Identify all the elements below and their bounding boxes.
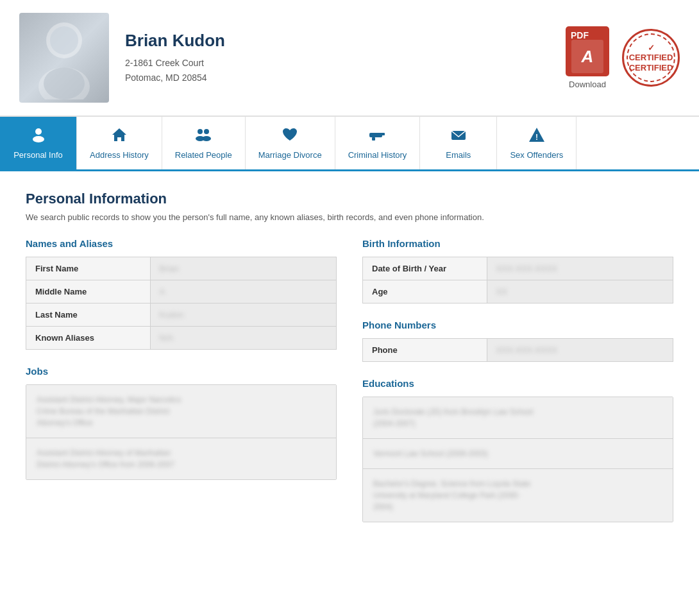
- address-line1: 2-1861 Creek Court: [125, 56, 566, 70]
- educations-box: Juris Doctorate (JD) from Brooklyn Law S…: [362, 397, 673, 522]
- names-aliases-title: Names and Aliases: [26, 238, 337, 249]
- table-row: Phone XXX-XXX-XXXX: [363, 339, 673, 362]
- table-row: Age XX: [363, 280, 673, 304]
- warning-icon: !: [528, 126, 545, 147]
- certified-badge: ✓ CERTIFIED CERTIFIED: [622, 29, 680, 87]
- dob-value: XXX-XXX-XXXX: [487, 257, 673, 280]
- middle-name-label: Middle Name: [26, 280, 151, 304]
- tab-personal-info-label: Personal Info: [13, 150, 63, 160]
- svg-rect-12: [378, 133, 385, 135]
- middle-name-blurred: A: [160, 287, 165, 296]
- home-icon: [111, 126, 128, 147]
- tab-marriage-divorce-label: Marriage Divorce: [258, 150, 322, 160]
- tab-criminal-history[interactable]: Criminal History: [335, 117, 421, 169]
- svg-point-3: [44, 67, 85, 99]
- job-text-1: Assistant District Attorney, Major Narco…: [37, 394, 326, 429]
- tab-emails[interactable]: Emails: [420, 117, 497, 169]
- certified-text: ✓ CERTIFIED CERTIFIED: [629, 43, 673, 73]
- email-icon: [450, 126, 467, 147]
- birth-info-table: Date of Birth / Year XXX-XXX-XXXX Age XX: [362, 257, 673, 304]
- phone-value: XXX-XXX-XXXX: [487, 339, 673, 362]
- edu-item: Juris Doctorate (JD) from Brooklyn Law S…: [363, 397, 673, 439]
- phone-numbers-table: Phone XXX-XXX-XXXX: [362, 338, 673, 362]
- navigation-tabs: Personal Info Address History Related Pe…: [0, 117, 699, 171]
- svg-point-7: [198, 129, 203, 134]
- known-aliases-label: Known Aliases: [26, 327, 151, 350]
- jobs-box: Assistant District Attorney, Major Narco…: [26, 384, 337, 480]
- svg-rect-13: [372, 137, 375, 141]
- main-content: Personal Information We search public re…: [0, 171, 699, 542]
- known-aliases-blurred: N/A: [160, 333, 174, 343]
- job-text-2: Assistant District Attorney of Manhattan…: [37, 447, 326, 470]
- svg-point-2: [50, 26, 78, 55]
- table-row: Date of Birth / Year XXX-XXX-XXXX: [363, 257, 673, 280]
- svg-point-9: [204, 129, 209, 134]
- pdf-icon: A: [566, 26, 609, 76]
- first-name-label: First Name: [26, 257, 151, 280]
- svg-marker-6: [112, 128, 126, 141]
- section-desc: We search public records to show you the…: [26, 212, 673, 222]
- age-label: Age: [363, 280, 487, 304]
- svg-point-4: [35, 128, 42, 135]
- educations-title: Educations: [362, 378, 673, 389]
- table-row: Last Name Kudon: [26, 304, 337, 327]
- middle-name-value: A: [150, 280, 336, 304]
- tab-personal-info[interactable]: Personal Info: [0, 117, 77, 169]
- gun-icon: [368, 126, 387, 147]
- edu-item: Vermont Law School (2008-2003): [363, 439, 673, 469]
- pdf-download[interactable]: A Download: [566, 26, 609, 89]
- table-row: First Name Brian: [26, 257, 337, 280]
- tab-related-people[interactable]: Related People: [162, 117, 246, 169]
- dob-label: Date of Birth / Year: [363, 257, 487, 280]
- age-value: XX: [487, 280, 673, 304]
- table-row: Middle Name A: [26, 280, 337, 304]
- dob-blurred: XXX-XXX-XXXX: [496, 264, 557, 273]
- known-aliases-value: N/A: [150, 327, 336, 350]
- first-name-value: Brian: [150, 257, 336, 280]
- page-header: Brian Kudon 2-1861 Creek Court Potomac, …: [0, 0, 699, 117]
- section-title: Personal Information: [26, 191, 673, 207]
- header-info: Brian Kudon 2-1861 Creek Court Potomac, …: [125, 31, 566, 85]
- last-name-blurred: Kudon: [160, 310, 184, 320]
- tab-emails-label: Emails: [446, 150, 471, 160]
- tab-sex-offenders-label: Sex Offenders: [510, 150, 563, 160]
- heart-icon: [282, 126, 298, 147]
- person-address: 2-1861 Creek Court Potomac, MD 20854: [125, 56, 566, 85]
- person-name: Brian Kudon: [125, 31, 566, 51]
- right-column: Birth Information Date of Birth / Year X…: [362, 238, 673, 522]
- edu-item: Bachelor's Degree, Science from Loyola S…: [363, 469, 673, 522]
- edu-text-3: Bachelor's Degree, Science from Loyola S…: [373, 478, 662, 513]
- edu-text-1: Juris Doctorate (JD) from Brooklyn Law S…: [373, 406, 662, 429]
- birth-info-title: Birth Information: [362, 238, 673, 249]
- phone-numbers-title: Phone Numbers: [362, 320, 673, 330]
- download-label: Download: [569, 80, 606, 89]
- job-item: Assistant District Attorney, Major Narco…: [26, 385, 336, 438]
- left-column: Names and Aliases First Name Brian Middl…: [26, 238, 337, 522]
- last-name-label: Last Name: [26, 304, 151, 327]
- tab-marriage-divorce[interactable]: Marriage Divorce: [246, 117, 335, 169]
- table-row: Known Aliases N/A: [26, 327, 337, 350]
- two-columns: Names and Aliases First Name Brian Middl…: [26, 238, 673, 522]
- job-item: Assistant District Attorney of Manhattan…: [26, 438, 336, 479]
- svg-point-10: [202, 136, 211, 141]
- tab-address-history-label: Address History: [90, 150, 149, 160]
- phone-label: Phone: [363, 339, 487, 362]
- last-name-value: Kudon: [150, 304, 336, 327]
- header-actions: A Download ✓ CERTIFIED CERTIFIED: [566, 26, 680, 89]
- tab-sex-offenders[interactable]: ! Sex Offenders: [497, 117, 577, 169]
- svg-point-5: [33, 136, 44, 142]
- age-blurred: XX: [496, 287, 507, 296]
- tab-criminal-history-label: Criminal History: [348, 150, 407, 160]
- jobs-title: Jobs: [26, 366, 337, 377]
- svg-text:!: !: [535, 133, 538, 142]
- first-name-blurred: Brian: [160, 264, 179, 273]
- tab-address-history[interactable]: Address History: [77, 117, 162, 169]
- avatar: [19, 13, 109, 103]
- acrobat-icon: A: [571, 40, 603, 73]
- phone-blurred: XXX-XXX-XXXX: [496, 345, 557, 355]
- certified-inner: ✓ CERTIFIED CERTIFIED: [627, 33, 675, 82]
- edu-text-2: Vermont Law School (2008-2003): [373, 448, 662, 459]
- person-icon: [30, 126, 47, 147]
- names-aliases-table: First Name Brian Middle Name A Last Name…: [26, 257, 337, 350]
- address-line2: Potomac, MD 20854: [125, 71, 566, 85]
